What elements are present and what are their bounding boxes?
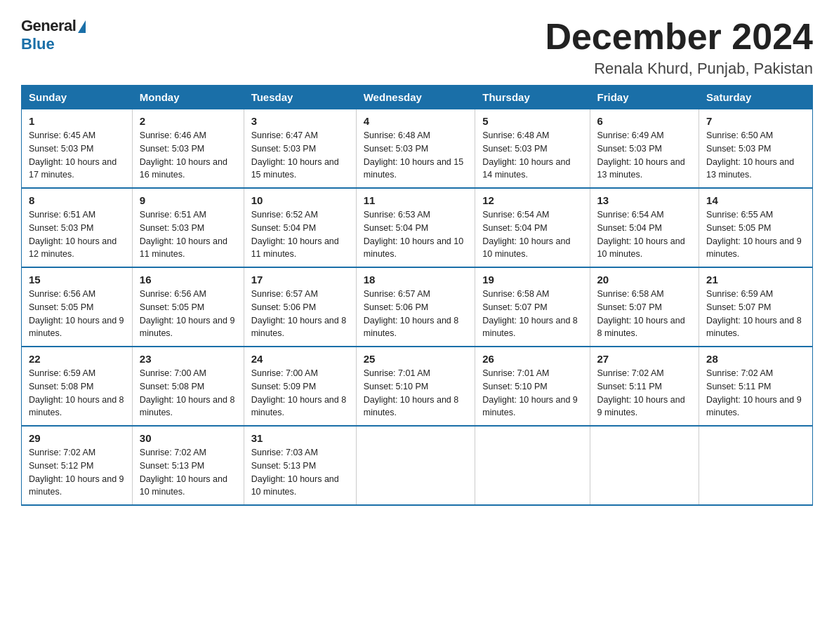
calendar-cell: 9 Sunrise: 6:51 AMSunset: 5:03 PMDayligh… xyxy=(132,188,244,267)
day-number: 24 xyxy=(251,353,349,365)
calendar-cell: 23 Sunrise: 7:00 AMSunset: 5:08 PMDaylig… xyxy=(132,347,244,426)
calendar-week-row: 1 Sunrise: 6:45 AMSunset: 5:03 PMDayligh… xyxy=(22,109,813,189)
calendar-cell: 3 Sunrise: 6:47 AMSunset: 5:03 PMDayligh… xyxy=(244,109,356,189)
calendar-cell: 17 Sunrise: 6:57 AMSunset: 5:06 PMDaylig… xyxy=(244,267,356,347)
day-number: 22 xyxy=(29,353,125,365)
day-info: Sunrise: 6:45 AMSunset: 5:03 PMDaylight:… xyxy=(29,130,117,180)
day-number: 8 xyxy=(29,194,125,206)
calendar-cell: 21 Sunrise: 6:59 AMSunset: 5:07 PMDaylig… xyxy=(699,267,813,347)
day-number: 18 xyxy=(364,274,468,286)
day-number: 28 xyxy=(706,353,805,365)
calendar-table: SundayMondayTuesdayWednesdayThursdayFrid… xyxy=(21,85,813,506)
calendar-cell: 30 Sunrise: 7:02 AMSunset: 5:13 PMDaylig… xyxy=(132,426,244,505)
calendar-cell: 22 Sunrise: 6:59 AMSunset: 5:08 PMDaylig… xyxy=(22,347,133,426)
calendar-cell: 4 Sunrise: 6:48 AMSunset: 5:03 PMDayligh… xyxy=(356,109,475,189)
day-info: Sunrise: 6:57 AMSunset: 5:06 PMDaylight:… xyxy=(251,289,347,338)
location-title: Renala Khurd, Punjab, Pakistan xyxy=(545,60,813,78)
day-number: 15 xyxy=(29,274,125,286)
calendar-week-row: 29 Sunrise: 7:02 AMSunset: 5:12 PMDaylig… xyxy=(22,426,813,505)
day-number: 26 xyxy=(482,353,582,365)
calendar-cell: 11 Sunrise: 6:53 AMSunset: 5:04 PMDaylig… xyxy=(356,188,475,267)
day-info: Sunrise: 6:58 AMSunset: 5:07 PMDaylight:… xyxy=(597,289,685,338)
day-number: 19 xyxy=(482,274,582,286)
day-number: 16 xyxy=(140,274,237,286)
day-number: 20 xyxy=(597,274,692,286)
day-number: 1 xyxy=(29,115,125,127)
calendar-cell: 2 Sunrise: 6:46 AMSunset: 5:03 PMDayligh… xyxy=(132,109,244,189)
day-number: 7 xyxy=(706,115,805,127)
calendar-cell xyxy=(590,426,699,505)
logo-blue-text: Blue xyxy=(21,35,55,53)
day-info: Sunrise: 7:01 AMSunset: 5:10 PMDaylight:… xyxy=(364,368,459,417)
day-info: Sunrise: 6:48 AMSunset: 5:03 PMDaylight:… xyxy=(482,130,570,180)
calendar-cell xyxy=(475,426,590,505)
day-info: Sunrise: 7:02 AMSunset: 5:11 PMDaylight:… xyxy=(597,368,685,417)
day-number: 31 xyxy=(251,432,349,444)
day-info: Sunrise: 6:56 AMSunset: 5:05 PMDaylight:… xyxy=(140,289,235,338)
day-info: Sunrise: 6:56 AMSunset: 5:05 PMDaylight:… xyxy=(29,289,124,338)
calendar-cell: 25 Sunrise: 7:01 AMSunset: 5:10 PMDaylig… xyxy=(356,347,475,426)
weekday-header-monday: Monday xyxy=(132,86,244,109)
calendar-cell: 13 Sunrise: 6:54 AMSunset: 5:04 PMDaylig… xyxy=(590,188,699,267)
calendar-week-row: 8 Sunrise: 6:51 AMSunset: 5:03 PMDayligh… xyxy=(22,188,813,267)
day-info: Sunrise: 7:00 AMSunset: 5:09 PMDaylight:… xyxy=(251,368,347,417)
day-info: Sunrise: 6:54 AMSunset: 5:04 PMDaylight:… xyxy=(597,210,685,259)
day-info: Sunrise: 6:54 AMSunset: 5:04 PMDaylight:… xyxy=(482,210,570,259)
calendar-week-row: 15 Sunrise: 6:56 AMSunset: 5:05 PMDaylig… xyxy=(22,267,813,347)
calendar-cell: 29 Sunrise: 7:02 AMSunset: 5:12 PMDaylig… xyxy=(22,426,133,505)
calendar-cell: 26 Sunrise: 7:01 AMSunset: 5:10 PMDaylig… xyxy=(475,347,590,426)
day-info: Sunrise: 7:02 AMSunset: 5:11 PMDaylight:… xyxy=(706,368,802,417)
weekday-header-wednesday: Wednesday xyxy=(356,86,475,109)
calendar-cell: 12 Sunrise: 6:54 AMSunset: 5:04 PMDaylig… xyxy=(475,188,590,267)
day-info: Sunrise: 6:46 AMSunset: 5:03 PMDaylight:… xyxy=(140,130,227,180)
day-info: Sunrise: 6:55 AMSunset: 5:05 PMDaylight:… xyxy=(706,210,802,259)
day-info: Sunrise: 7:03 AMSunset: 5:13 PMDaylight:… xyxy=(251,448,339,497)
day-info: Sunrise: 7:00 AMSunset: 5:08 PMDaylight:… xyxy=(140,368,235,417)
calendar-cell xyxy=(699,426,813,505)
weekday-header-friday: Friday xyxy=(590,86,699,109)
day-number: 13 xyxy=(597,194,692,206)
day-info: Sunrise: 6:59 AMSunset: 5:07 PMDaylight:… xyxy=(706,289,802,338)
weekday-header-sunday: Sunday xyxy=(22,86,133,109)
day-number: 12 xyxy=(482,194,582,206)
logo-triangle-icon xyxy=(78,20,86,33)
calendar-cell: 16 Sunrise: 6:56 AMSunset: 5:05 PMDaylig… xyxy=(132,267,244,347)
day-number: 14 xyxy=(706,194,805,206)
calendar-cell: 5 Sunrise: 6:48 AMSunset: 5:03 PMDayligh… xyxy=(475,109,590,189)
calendar-cell: 10 Sunrise: 6:52 AMSunset: 5:04 PMDaylig… xyxy=(244,188,356,267)
calendar-cell: 1 Sunrise: 6:45 AMSunset: 5:03 PMDayligh… xyxy=(22,109,133,189)
day-info: Sunrise: 6:47 AMSunset: 5:03 PMDaylight:… xyxy=(251,130,339,180)
day-info: Sunrise: 6:57 AMSunset: 5:06 PMDaylight:… xyxy=(364,289,459,338)
day-number: 11 xyxy=(364,194,468,206)
day-info: Sunrise: 7:02 AMSunset: 5:13 PMDaylight:… xyxy=(140,448,227,497)
day-info: Sunrise: 6:59 AMSunset: 5:08 PMDaylight:… xyxy=(29,368,124,417)
calendar-cell: 6 Sunrise: 6:49 AMSunset: 5:03 PMDayligh… xyxy=(590,109,699,189)
day-info: Sunrise: 6:49 AMSunset: 5:03 PMDaylight:… xyxy=(597,130,685,180)
day-info: Sunrise: 6:51 AMSunset: 5:03 PMDaylight:… xyxy=(140,210,227,259)
day-number: 5 xyxy=(482,115,582,127)
month-title: December 2024 xyxy=(545,17,813,57)
calendar-cell: 18 Sunrise: 6:57 AMSunset: 5:06 PMDaylig… xyxy=(356,267,475,347)
day-number: 30 xyxy=(140,432,237,444)
day-number: 3 xyxy=(251,115,349,127)
calendar-cell: 20 Sunrise: 6:58 AMSunset: 5:07 PMDaylig… xyxy=(590,267,699,347)
day-info: Sunrise: 6:51 AMSunset: 5:03 PMDaylight:… xyxy=(29,210,117,259)
page-header: General Blue December 2024 Renala Khurd,… xyxy=(21,17,813,78)
day-number: 17 xyxy=(251,274,349,286)
calendar-cell xyxy=(356,426,475,505)
calendar-cell: 19 Sunrise: 6:58 AMSunset: 5:07 PMDaylig… xyxy=(475,267,590,347)
day-info: Sunrise: 6:58 AMSunset: 5:07 PMDaylight:… xyxy=(482,289,578,338)
logo-general-text: General xyxy=(21,17,76,35)
day-number: 10 xyxy=(251,194,349,206)
logo: General Blue xyxy=(21,17,86,53)
day-number: 6 xyxy=(597,115,692,127)
day-info: Sunrise: 7:01 AMSunset: 5:10 PMDaylight:… xyxy=(482,368,578,417)
calendar-cell: 31 Sunrise: 7:03 AMSunset: 5:13 PMDaylig… xyxy=(244,426,356,505)
day-number: 27 xyxy=(597,353,692,365)
calendar-cell: 24 Sunrise: 7:00 AMSunset: 5:09 PMDaylig… xyxy=(244,347,356,426)
day-number: 29 xyxy=(29,432,125,444)
calendar-cell: 7 Sunrise: 6:50 AMSunset: 5:03 PMDayligh… xyxy=(699,109,813,189)
day-number: 21 xyxy=(706,274,805,286)
day-number: 4 xyxy=(364,115,468,127)
weekday-header-row: SundayMondayTuesdayWednesdayThursdayFrid… xyxy=(22,86,813,109)
